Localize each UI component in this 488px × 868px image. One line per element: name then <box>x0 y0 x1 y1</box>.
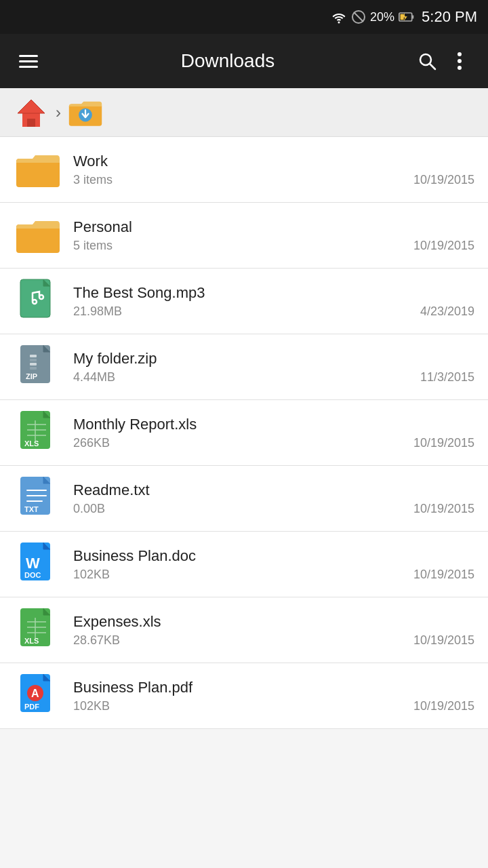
file-name: Monthly Report.xls <box>73 416 474 433</box>
file-icon-wrap <box>14 211 62 260</box>
app-bar: Downloads <box>0 34 488 88</box>
file-icon-wrap: TXT <box>14 474 62 523</box>
file-size: 28.67KB <box>73 633 120 648</box>
file-size: 5 items <box>73 239 113 253</box>
svg-text:A: A <box>31 688 39 699</box>
svg-text:XLS: XLS <box>24 637 39 645</box>
xls-icon: XLS <box>18 410 58 456</box>
xls-icon: XLS <box>18 607 58 653</box>
file-meta-row: 102KB 10/19/2015 <box>73 568 474 582</box>
breadcrumb-home[interactable] <box>14 95 49 130</box>
svg-rect-24 <box>30 367 37 370</box>
file-size: 266KB <box>73 436 110 450</box>
svg-text:W: W <box>26 555 40 572</box>
status-icons: 20% 5:20 PM <box>331 8 477 26</box>
list-item[interactable]: A PDF Business Plan.pdf 102KB 10/19/2015 <box>0 663 488 729</box>
file-info: Monthly Report.xls 266KB 10/19/2015 <box>73 416 474 450</box>
svg-text:PDF: PDF <box>24 703 39 711</box>
zip-icon: ZIP <box>18 344 58 390</box>
file-date: 10/19/2015 <box>413 568 474 582</box>
breadcrumb-separator: › <box>56 103 61 122</box>
svg-point-8 <box>458 52 462 56</box>
file-info: Expenses.xls 28.67KB 10/19/2015 <box>73 613 474 648</box>
battery-icon <box>399 10 415 24</box>
file-icon-wrap <box>14 277 62 326</box>
file-size: 3 items <box>73 173 113 187</box>
svg-text:XLS: XLS <box>24 439 39 448</box>
list-item[interactable]: W DOC Business Plan.doc 102KB 10/19/2015 <box>0 532 488 597</box>
search-icon <box>418 52 436 71</box>
file-date: 10/19/2015 <box>413 436 474 450</box>
file-meta-row: 266KB 10/19/2015 <box>73 436 474 450</box>
status-time: 5:20 PM <box>422 8 477 26</box>
breadcrumb: › <box>0 88 488 137</box>
menu-button[interactable] <box>14 50 43 73</box>
file-size: 4.44MB <box>73 370 115 384</box>
doc-icon: W DOC <box>18 541 58 587</box>
search-button[interactable] <box>412 46 442 76</box>
svg-rect-17 <box>16 224 60 253</box>
file-date: 10/19/2015 <box>413 633 474 648</box>
file-info: Readme.txt 0.00B 10/19/2015 <box>73 481 474 516</box>
list-item[interactable]: XLS Expenses.xls 28.67KB 10/19/2015 <box>0 597 488 663</box>
wifi-icon <box>331 10 347 24</box>
file-date: 11/3/2015 <box>420 370 474 384</box>
file-name: Work <box>73 153 474 170</box>
file-size: 0.00B <box>73 502 105 516</box>
more-icon <box>457 52 462 71</box>
blocked-icon <box>351 9 366 24</box>
svg-rect-16 <box>16 159 60 187</box>
file-icon-wrap: W DOC <box>14 540 62 589</box>
file-info: Business Plan.doc 102KB 10/19/2015 <box>73 547 474 582</box>
list-item[interactable]: The Best Song.mp3 21.98MB 4/23/2019 <box>0 269 488 334</box>
file-name: Readme.txt <box>73 481 474 499</box>
file-icon-wrap: XLS <box>14 408 62 457</box>
file-info: Business Plan.pdf 102KB 10/19/2015 <box>73 679 474 713</box>
list-item[interactable]: XLS Monthly Report.xls 266KB 10/19/2015 <box>0 400 488 466</box>
file-meta-row: 3 items 10/19/2015 <box>73 173 474 187</box>
svg-point-10 <box>458 66 462 70</box>
file-size: 21.98MB <box>73 304 122 319</box>
file-size: 102KB <box>73 568 110 582</box>
list-item[interactable]: Personal 5 items 10/19/2015 <box>0 203 488 269</box>
file-meta-row: 4.44MB 11/3/2015 <box>73 370 474 384</box>
battery-percent: 20% <box>370 10 394 24</box>
breadcrumb-downloads-folder[interactable] <box>68 95 103 130</box>
file-info: Personal 5 items 10/19/2015 <box>73 218 474 253</box>
list-item[interactable]: Work 3 items 10/19/2015 <box>0 137 488 203</box>
file-meta-row: 28.67KB 10/19/2015 <box>73 633 474 648</box>
file-icon-wrap: A PDF <box>14 671 62 720</box>
file-date: 10/19/2015 <box>413 502 474 516</box>
list-item[interactable]: TXT Readme.txt 0.00B 10/19/2015 <box>0 466 488 532</box>
file-info: Work 3 items 10/19/2015 <box>73 153 474 187</box>
file-icon-wrap <box>14 145 62 194</box>
file-size: 102KB <box>73 699 110 713</box>
svg-rect-5 <box>412 15 414 18</box>
svg-line-2 <box>354 12 363 22</box>
svg-rect-23 <box>30 363 37 366</box>
list-item[interactable]: ZIP My folder.zip 4.44MB 11/3/2015 <box>0 334 488 400</box>
mp3-icon <box>18 278 58 324</box>
svg-rect-22 <box>30 359 37 361</box>
file-name: Business Plan.doc <box>73 547 474 565</box>
file-date: 10/19/2015 <box>413 173 474 187</box>
file-name: Business Plan.pdf <box>73 679 474 696</box>
app-bar-actions <box>412 46 474 76</box>
more-button[interactable] <box>445 46 474 76</box>
page-title: Downloads <box>57 50 399 72</box>
file-meta-row: 102KB 10/19/2015 <box>73 699 474 713</box>
svg-point-0 <box>338 22 340 24</box>
file-date: 4/23/2019 <box>420 304 474 319</box>
svg-text:DOC: DOC <box>24 571 41 579</box>
file-icon-wrap: ZIP <box>14 342 62 391</box>
txt-icon: TXT <box>18 475 58 521</box>
downloads-folder-icon <box>68 95 103 130</box>
file-icon-wrap: XLS <box>14 606 62 654</box>
folder-icon <box>15 149 61 190</box>
file-name: Expenses.xls <box>73 613 474 631</box>
status-bar: 20% 5:20 PM <box>0 0 488 34</box>
file-info: My folder.zip 4.44MB 11/3/2015 <box>73 350 474 384</box>
svg-rect-21 <box>30 355 37 357</box>
file-list: Work 3 items 10/19/2015 Personal 5 items… <box>0 137 488 729</box>
svg-point-9 <box>458 59 462 63</box>
